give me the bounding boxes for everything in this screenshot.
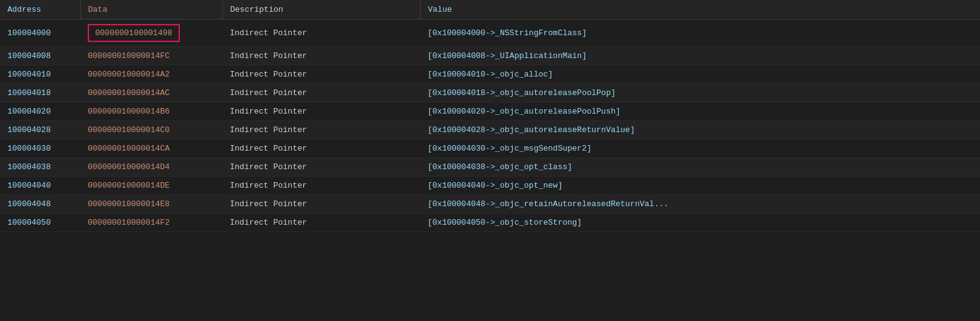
table-row[interactable]: 100004020000000010000014B6Indirect Point… — [0, 102, 980, 121]
cell-description: Indirect Pointer — [222, 102, 420, 121]
cell-description: Indirect Pointer — [222, 158, 420, 177]
cell-address: 100004048 — [0, 195, 80, 214]
table-row[interactable]: 100004038000000010000014D4Indirect Point… — [0, 158, 980, 177]
memory-table: Address Data Description Value 100004000… — [0, 0, 980, 232]
cell-value: [0x100004040->_objc_opt_new] — [420, 177, 980, 195]
cell-data: 000000010000014E8 — [80, 195, 222, 214]
cell-value: [0x100004010->_objc_alloc] — [420, 65, 980, 84]
cell-data: 000000010000014AC — [80, 84, 222, 102]
cell-description: Indirect Pointer — [222, 84, 420, 102]
cell-description: Indirect Pointer — [222, 214, 420, 232]
cell-value: [0x100004050->_objc_storeStrong] — [420, 214, 980, 232]
cell-data: 000000010000014F2 — [80, 214, 222, 232]
table-row[interactable]: 100004010000000010000014A2Indirect Point… — [0, 65, 980, 84]
cell-value: [0x100004038->_objc_opt_class] — [420, 158, 980, 177]
cell-value: [0x100004000->_NSStringFromClass] — [420, 20, 980, 47]
cell-address: 100004040 — [0, 177, 80, 195]
table-row[interactable]: 100004050000000010000014F2Indirect Point… — [0, 214, 980, 232]
cell-value: [0x100004028->_objc_autoreleaseReturnVal… — [420, 121, 980, 140]
table-row[interactable]: 100004040000000010000014DEIndirect Point… — [0, 177, 980, 195]
memory-table-container: Address Data Description Value 100004000… — [0, 0, 980, 321]
cell-description: Indirect Pointer — [222, 177, 420, 195]
column-header-address: Address — [0, 0, 80, 20]
table-row[interactable]: 100004028000000010000014C0Indirect Point… — [0, 121, 980, 140]
cell-data: 000000010000014DE — [80, 177, 222, 195]
cell-data: 000000010000014C0 — [80, 121, 222, 140]
column-header-description: Description — [222, 0, 420, 20]
table-row[interactable]: 1000040000000000100001498Indirect Pointe… — [0, 20, 980, 47]
cell-address: 100004020 — [0, 102, 80, 121]
cell-address: 100004050 — [0, 214, 80, 232]
cell-address: 100004028 — [0, 121, 80, 140]
column-header-data: Data — [80, 0, 222, 20]
cell-data: 000000010000014FC — [80, 47, 222, 65]
cell-address: 100004000 — [0, 20, 80, 47]
cell-address: 100004008 — [0, 47, 80, 65]
cell-data: 000000010000014D4 — [80, 158, 222, 177]
cell-data: 000000010000014B6 — [80, 102, 222, 121]
column-header-value: Value — [420, 0, 980, 20]
cell-data: 0000000100001498 — [80, 20, 222, 47]
cell-value: [0x100004020->_objc_autoreleasePoolPush] — [420, 102, 980, 121]
cell-value: [0x100004030->_objc_msgSendSuper2] — [420, 140, 980, 158]
highlighted-data-value: 0000000100001498 — [88, 24, 180, 42]
cell-address: 100004018 — [0, 84, 80, 102]
table-header-row: Address Data Description Value — [0, 0, 980, 20]
cell-address: 100004010 — [0, 65, 80, 84]
cell-value: [0x100004048->_objc_retainAutoreleasedRe… — [420, 195, 980, 214]
table-row[interactable]: 100004008000000010000014FCIndirect Point… — [0, 47, 980, 65]
cell-description: Indirect Pointer — [222, 47, 420, 65]
cell-data: 000000010000014CA — [80, 140, 222, 158]
cell-value: [0x100004018->_objc_autoreleasePoolPop] — [420, 84, 980, 102]
cell-description: Indirect Pointer — [222, 65, 420, 84]
table-row[interactable]: 100004018000000010000014ACIndirect Point… — [0, 84, 980, 102]
cell-data: 000000010000014A2 — [80, 65, 222, 84]
cell-address: 100004030 — [0, 140, 80, 158]
cell-address: 100004038 — [0, 158, 80, 177]
table-row[interactable]: 100004030000000010000014CAIndirect Point… — [0, 140, 980, 158]
cell-description: Indirect Pointer — [222, 195, 420, 214]
cell-description: Indirect Pointer — [222, 20, 420, 47]
cell-value: [0x100004008->_UIApplicationMain] — [420, 47, 980, 65]
table-row[interactable]: 100004048000000010000014E8Indirect Point… — [0, 195, 980, 214]
cell-description: Indirect Pointer — [222, 140, 420, 158]
cell-description: Indirect Pointer — [222, 121, 420, 140]
